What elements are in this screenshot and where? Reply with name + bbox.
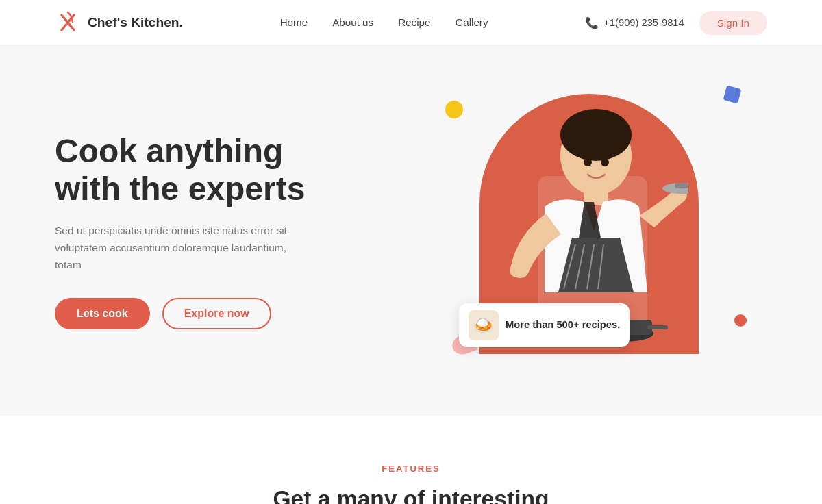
phone-icon: 📞 — [585, 16, 599, 29]
recipe-card-text: More than 500+ recipes. — [506, 318, 620, 331]
nav-recipe[interactable]: Recipe — [398, 16, 430, 29]
svg-rect-19 — [647, 325, 668, 329]
phone-number: +1(909) 235-9814 — [603, 17, 684, 28]
hero-subtitle: Sed ut perspiciatis unde omnis iste natu… — [55, 223, 315, 273]
features-title: Get a many of interesting features — [55, 485, 767, 504]
nav-home[interactable]: Home — [280, 16, 308, 29]
phone-link[interactable]: 📞 +1(909) 235-9814 — [585, 16, 684, 29]
hero-title-line2: with the experts — [55, 171, 305, 207]
svg-point-13 — [601, 158, 609, 166]
nav-about[interactable]: About us — [332, 16, 373, 29]
features-label: FEATURES — [55, 464, 767, 474]
nav-about-link[interactable]: About us — [332, 16, 373, 28]
nav-links: Home About us Recipe Gallery — [280, 16, 488, 29]
brand-icon — [55, 10, 81, 36]
hero-left: Cook anything with the experts Sed ut pe… — [55, 132, 411, 330]
decorative-square-blue — [723, 86, 742, 104]
lets-cook-button[interactable]: Lets cook — [55, 298, 150, 329]
hero-title-line1: Cook anything — [55, 133, 283, 169]
recipe-card: 🍛 More than 500+ recipes. — [459, 303, 630, 347]
nav-home-link[interactable]: Home — [280, 16, 308, 28]
svg-rect-7 — [675, 183, 688, 188]
nav-recipe-link[interactable]: Recipe — [398, 16, 430, 28]
hero-title: Cook anything with the experts — [55, 132, 411, 207]
decorative-dot-yellow — [445, 101, 463, 118]
recipe-card-icon: 🍛 — [469, 310, 499, 340]
svg-point-4 — [560, 109, 632, 161]
brand-name: Chef's Kitchen. — [88, 15, 183, 30]
hero-buttons: Lets cook Explore now — [55, 298, 411, 329]
hero-image-container: 🍛 More than 500+ recipes. — [473, 94, 706, 368]
brand-logo[interactable]: Chef's Kitchen. — [55, 10, 183, 36]
hero-section: Cook anything with the experts Sed ut pe… — [0, 46, 822, 416]
features-section: FEATURES Get a many of interesting featu… — [0, 416, 822, 504]
decorative-dot-red — [734, 314, 747, 327]
svg-point-12 — [584, 158, 592, 166]
features-title-line1: Get a many of interesting — [273, 486, 549, 504]
signin-button[interactable]: Sign In — [699, 11, 767, 35]
explore-now-button[interactable]: Explore now — [162, 298, 271, 329]
hero-right: 🍛 More than 500+ recipes. — [411, 87, 767, 375]
navbar: Chef's Kitchen. Home About us Recipe Gal… — [0, 0, 822, 46]
navbar-right: 📞 +1(909) 235-9814 Sign In — [585, 11, 767, 35]
nav-gallery-link[interactable]: Gallery — [455, 16, 488, 28]
nav-gallery[interactable]: Gallery — [455, 16, 488, 29]
